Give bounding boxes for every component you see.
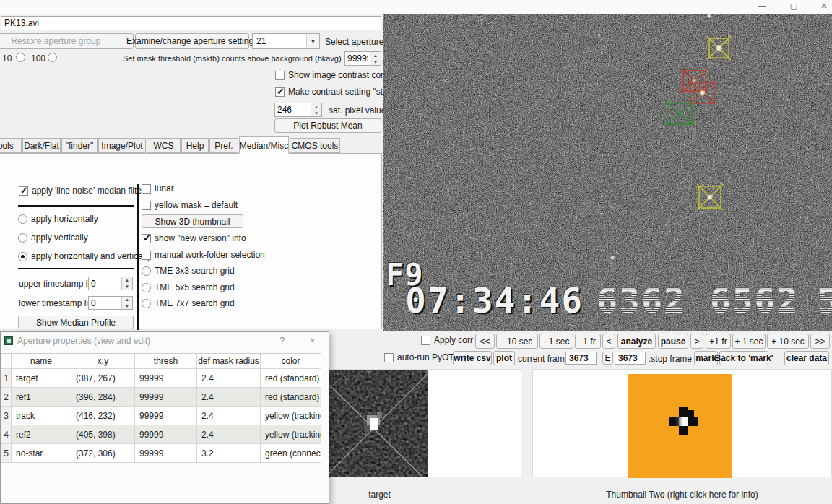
current-frame-input[interactable] [566, 352, 597, 365]
upper-timestamp-input[interactable] [89, 277, 121, 290]
cell-color[interactable]: red (standard) [261, 369, 321, 388]
sat-pixel-input[interactable] [275, 103, 311, 116]
back-10-sec-button[interactable]: - 10 sec [496, 334, 538, 349]
cell-xy[interactable]: (396, 284) [72, 388, 135, 407]
back-1-frame-button[interactable]: -1 fr [575, 334, 601, 349]
cell-color[interactable]: yellow (tracking ... [261, 425, 321, 444]
cell-name[interactable]: ref1 [12, 388, 72, 407]
back-1-sec-button[interactable]: - 1 sec [540, 334, 573, 349]
minimize-icon[interactable]: — [754, 0, 770, 12]
spinner-arrows-icon[interactable]: ▲▼ [370, 52, 381, 65]
spinner-arrows-icon[interactable]: ▲▼ [311, 103, 321, 116]
aperture-size-select[interactable]: 21 ▼ [252, 33, 320, 49]
thumbnail-two-caption[interactable]: Thumbnail Two (right-click here for info… [532, 490, 832, 500]
pause-button[interactable]: pause [658, 334, 688, 349]
cell-color[interactable]: red (standard) [261, 388, 321, 407]
write-csv-button[interactable]: write csv [453, 351, 492, 365]
tab-image-plot[interactable]: Image/Plot [98, 138, 146, 153]
tme-7x7-radio[interactable]: TME 7x7 search grid [142, 298, 235, 308]
col-header-color[interactable]: color [261, 354, 321, 369]
spinner-arrows-icon[interactable]: ▲▼ [121, 297, 132, 309]
cell-radius[interactable]: 2.4 [197, 407, 261, 425]
forward-1-frame-button[interactable]: +1 fr [706, 334, 731, 349]
col-header-xy[interactable]: x,y [72, 354, 135, 369]
apply-both-radio[interactable]: apply horizontally and vertically [18, 251, 151, 261]
tme-3x3-radio[interactable]: TME 3x3 search grid [142, 266, 235, 276]
cell-radius[interactable]: 2.4 [197, 425, 261, 444]
clear-data-button[interactable]: clear data [784, 351, 829, 365]
show-new-version-checkbox[interactable]: show "new version" info [142, 233, 246, 243]
radio-100[interactable] [48, 53, 57, 62]
thumbnail-two-image[interactable] [628, 374, 732, 478]
col-header-name[interactable]: name [12, 354, 72, 369]
analyze-button[interactable]: analyze [618, 334, 656, 349]
show-median-profile-button[interactable]: Show Median Profile [18, 316, 134, 329]
cell-name[interactable]: target [12, 369, 72, 388]
cell-radius[interactable]: 2.4 [197, 369, 261, 388]
cell-name[interactable]: no-star [12, 444, 72, 463]
help-icon[interactable]: ? [280, 335, 285, 346]
jump-back-fast-button[interactable]: << [475, 334, 495, 349]
apply-corr-checkbox[interactable]: Apply corr [421, 335, 473, 345]
close-icon[interactable]: ✕ [816, 0, 832, 12]
cell-thresh[interactable]: 99999 [135, 369, 197, 388]
restore-aperture-group-button[interactable]: Restore aperture group [0, 33, 134, 49]
cell-xy[interactable]: (416, 232) [72, 407, 135, 425]
tme-5x5-radio[interactable]: TME 5x5 search grid [142, 282, 235, 292]
cell-name[interactable]: ref2 [12, 425, 72, 444]
lower-timestamp-spinbox[interactable]: ▲▼ [88, 296, 133, 310]
radio-10[interactable] [16, 53, 25, 62]
mask-threshold-input[interactable] [345, 52, 370, 65]
cell-name[interactable]: track [12, 407, 72, 425]
show-3d-thumbnail-button[interactable]: Show 3D thumbnail [142, 214, 243, 228]
tab-tools[interactable]: tools [0, 138, 22, 153]
lower-timestamp-input[interactable] [89, 297, 121, 309]
video-frame-display[interactable]: F9 07:34:46 6362 6562 5 [383, 14, 832, 331]
back-to-mark-button[interactable]: Back to 'mark' [719, 351, 768, 365]
tab-wcs[interactable]: WCS [147, 138, 181, 153]
cell-radius[interactable]: 3.2 [197, 444, 261, 463]
maximize-icon[interactable]: ▢ [786, 0, 802, 12]
stop-frame-input[interactable] [615, 352, 646, 365]
aperture-window-titlebar[interactable]: Aperture properties (view and edit) ? × [1, 332, 329, 349]
tab-median-misc[interactable]: Median/Misc [239, 136, 289, 154]
apply-horizontally-radio[interactable]: apply horizontally [18, 214, 98, 224]
line-noise-filter-checkbox[interactable]: apply 'line noise' median filter [19, 186, 144, 196]
tab-dark-flat[interactable]: Dark/Flat [22, 138, 61, 153]
e-button[interactable]: E [602, 352, 613, 365]
col-header-thresh[interactable]: thresh [135, 354, 197, 369]
cell-thresh[interactable]: 99999 [135, 388, 197, 407]
upper-timestamp-spinbox[interactable]: ▲▼ [88, 277, 133, 290]
step-back-button[interactable]: < [602, 334, 615, 349]
lunar-checkbox[interactable]: lunar [142, 183, 174, 194]
tab-cmos-tools[interactable]: CMOS tools [290, 138, 340, 153]
cell-thresh[interactable]: 99999 [135, 425, 197, 444]
cell-color[interactable]: yellow (tracking ... [261, 407, 321, 425]
cell-xy[interactable]: (405, 398) [72, 425, 135, 444]
contrast-sticky-checkbox[interactable]: Make contrast setting "sticky" [275, 87, 401, 97]
cell-thresh[interactable]: 99999 [135, 444, 197, 463]
auto-run-pyote-checkbox[interactable]: auto-run PyOTE [384, 352, 460, 362]
jump-forward-fast-button[interactable]: >> [810, 334, 830, 349]
yellow-mask-default-checkbox[interactable]: yellow mask = default [142, 200, 238, 210]
cell-radius[interactable]: 2.4 [197, 388, 261, 407]
show-image-contrast-checkbox[interactable]: Show image contrast control [275, 70, 397, 80]
apply-vertically-radio[interactable]: apply vertically [18, 233, 88, 243]
plot-button[interactable]: plot [493, 351, 515, 365]
target-thumbnail-image[interactable] [329, 370, 428, 477]
filename-input[interactable] [1, 16, 381, 30]
cell-color[interactable]: green (connect t... [261, 444, 321, 463]
manual-work-folder-checkbox[interactable]: manual work-folder selection [142, 250, 265, 260]
step-forward-button[interactable]: > [690, 334, 703, 349]
forward-1-sec-button[interactable]: + 1 sec [732, 334, 766, 349]
mask-threshold-spinbox[interactable]: ▲▼ [344, 51, 381, 66]
col-header-radius[interactable]: def mask radius [197, 354, 261, 369]
cell-xy[interactable]: (387, 267) [72, 369, 135, 388]
cell-thresh[interactable]: 99999 [135, 407, 197, 425]
forward-10-sec-button[interactable]: + 10 sec [767, 334, 809, 349]
tab-help[interactable]: Help [181, 138, 209, 153]
close-icon[interactable]: × [310, 335, 316, 346]
sat-pixel-spinbox[interactable]: ▲▼ [274, 103, 322, 117]
tab-finder[interactable]: "finder" [61, 138, 98, 153]
spinner-arrows-icon[interactable]: ▲▼ [121, 277, 132, 290]
